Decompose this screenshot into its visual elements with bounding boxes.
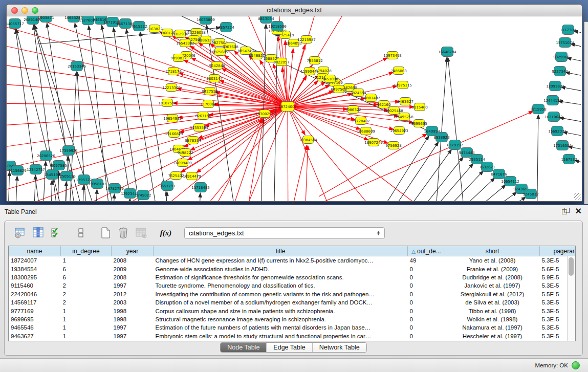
table-row[interactable]: 1456911722003Disruption of a novel membe… bbox=[9, 298, 576, 307]
table-row[interactable]: 969969511998Structural magnetic resonanc… bbox=[9, 315, 576, 323]
graph-node[interactable]: 16914479 bbox=[183, 172, 201, 180]
table-row[interactable]: 1872400712008Changes of HCN gene express… bbox=[9, 256, 576, 265]
graph-node[interactable]: 17016504 bbox=[553, 141, 572, 150]
float-panel-icon[interactable] bbox=[562, 208, 569, 215]
graph-node[interactable]: 6379197 bbox=[447, 140, 463, 150]
svg-text:11156829: 11156829 bbox=[8, 169, 27, 173]
graph-node[interactable]: 9245012 bbox=[522, 189, 538, 199]
column-header-year[interactable]: year bbox=[112, 246, 154, 256]
table-settings-icon[interactable] bbox=[14, 226, 27, 239]
graph-node[interactable]: 18724007 bbox=[278, 102, 297, 112]
graph-node[interactable]: 7857224 bbox=[218, 23, 234, 32]
graph-node[interactable]: 16099489 bbox=[173, 159, 192, 167]
table-row[interactable]: 946554611997Estimation of the future num… bbox=[9, 323, 576, 332]
minimize-window-button[interactable] bbox=[21, 7, 28, 14]
scrollbar-thumb[interactable] bbox=[569, 257, 574, 276]
table-row[interactable]: 977716911998Corpus callosum shape and si… bbox=[9, 307, 576, 315]
column-header-name[interactable]: name bbox=[9, 246, 61, 256]
zoom-window-button[interactable] bbox=[32, 7, 38, 14]
graph-node[interactable]: 16033809 bbox=[197, 16, 215, 25]
graph-node[interactable]: 1112304 bbox=[560, 25, 576, 35]
table-type-segmented-control[interactable]: Node TableEdge TableNetwork Table bbox=[220, 342, 366, 353]
node-table[interactable]: namein_degreeyeartitle△out_de...shortpag… bbox=[9, 246, 576, 340]
graph-node[interactable]: 12342757 bbox=[27, 165, 45, 174]
graph-node[interactable]: 17975115 bbox=[394, 81, 412, 89]
svg-text:18300295: 18300295 bbox=[255, 112, 274, 116]
graph-node[interactable]: 9329966 bbox=[553, 52, 570, 62]
table-row[interactable]: 1938455462009Genome-wide association stu… bbox=[9, 265, 576, 273]
tab-node-table[interactable]: Node Table bbox=[221, 343, 267, 352]
network-table-select[interactable]: citations_edges.txt ▲▼ bbox=[184, 227, 385, 239]
graph-node[interactable]: 1170064 bbox=[200, 100, 216, 108]
tab-network-table[interactable]: Network Table bbox=[313, 343, 366, 352]
graph-node[interactable]: 19384554 bbox=[299, 136, 317, 144]
graph-node[interactable]: 9463627 bbox=[397, 98, 413, 105]
svg-text:23226058: 23226058 bbox=[187, 31, 206, 35]
table-row[interactable]: 1830029562008Estimation of significance … bbox=[9, 273, 576, 281]
graph-node[interactable]: 9699695 bbox=[411, 120, 427, 127]
close-window-button[interactable] bbox=[11, 7, 18, 14]
graph-node[interactable]: 20206526 bbox=[37, 151, 55, 161]
graph-node[interactable]: 3215958 bbox=[530, 104, 546, 114]
graph-node[interactable]: 12353594 bbox=[190, 124, 208, 132]
svg-text:6497568: 6497568 bbox=[331, 87, 346, 92]
svg-text:2935114: 2935114 bbox=[469, 158, 485, 162]
graph-node[interactable]: 23226058 bbox=[187, 29, 206, 36]
graph-node[interactable]: 1167533 bbox=[561, 155, 577, 164]
graph-node[interactable]: 9745022 bbox=[135, 190, 151, 200]
graph-node[interactable]: 962160 bbox=[377, 101, 391, 108]
table-row[interactable]: 2242004622012Investigating the contribut… bbox=[9, 290, 576, 298]
graph-node[interactable]: 9756928 bbox=[385, 142, 401, 149]
graph-node[interactable]: 10973493 bbox=[383, 52, 402, 59]
show-columns-icon[interactable] bbox=[32, 226, 45, 239]
graph-node[interactable]: 8938923 bbox=[433, 133, 449, 142]
graph-node[interactable]: 7955812 bbox=[307, 57, 322, 64]
graph-node[interactable]: 10688609 bbox=[357, 127, 375, 135]
column-header-out_de...[interactable]: △out_de... bbox=[408, 246, 445, 256]
network-view-window[interactable]: citations_edges.txt 18724007716382289601… bbox=[6, 4, 582, 202]
close-panel-icon[interactable]: ✕ bbox=[575, 208, 582, 215]
network-window-titlebar[interactable]: citations_edges.txt bbox=[7, 5, 582, 16]
network-canvas[interactable]: 1872400771638228960128891293623226058982… bbox=[7, 16, 582, 201]
graph-node[interactable]: 7632621 bbox=[479, 162, 495, 172]
graph-node[interactable]: 7615522 bbox=[131, 21, 147, 31]
graph-node[interactable]: 8878334 bbox=[185, 137, 201, 144]
window-resize-grip[interactable] bbox=[574, 193, 581, 200]
column-header-short[interactable]: short bbox=[445, 246, 540, 256]
select-all-icon[interactable] bbox=[50, 226, 63, 239]
graph-node[interactable]: 12093822 bbox=[546, 81, 564, 91]
graph-node[interactable]: 19166829 bbox=[165, 130, 183, 138]
graph-node[interactable]: 15692071 bbox=[548, 126, 567, 136]
tab-edge-table[interactable]: Edge Table bbox=[267, 343, 312, 352]
attribute-table[interactable]: namein_degreeyeartitle△out_de...shortpag… bbox=[8, 246, 576, 341]
graph-node[interactable]: 12444139 bbox=[543, 96, 562, 105]
graph-node[interactable]: 9227343 bbox=[552, 67, 568, 76]
column-header-title[interactable]: title bbox=[154, 246, 408, 256]
function-builder-icon[interactable]: f(x) bbox=[159, 226, 172, 239]
graph-node[interactable]: 16648784 bbox=[438, 47, 456, 57]
graph-node[interactable]: 15718485 bbox=[191, 183, 210, 192]
graph-node[interactable]: 8267150 bbox=[195, 112, 211, 120]
table-row[interactable]: 946362711997Embryonic stem cells: a mode… bbox=[9, 332, 576, 340]
table-row[interactable]: 911546021997Tourette syndrome. Phenomeno… bbox=[9, 281, 576, 290]
graph-node[interactable]: 9097585 bbox=[51, 161, 67, 170]
graph-node[interactable]: 7485063 bbox=[390, 67, 406, 75]
graph-node[interactable]: 2803144 bbox=[206, 75, 223, 82]
column-header-in_degree[interactable]: in_degree bbox=[61, 246, 112, 256]
vertical-scrollbar[interactable] bbox=[567, 256, 575, 341]
graph-node[interactable]: 14055717 bbox=[7, 19, 24, 29]
graph-node[interactable]: 15751074 bbox=[556, 38, 574, 48]
graph-node[interactable]: 9115460 bbox=[411, 103, 427, 111]
row-height-icon[interactable] bbox=[74, 226, 88, 239]
graph-node[interactable]: 19654923 bbox=[390, 127, 408, 135]
graph-node[interactable]: 17359924 bbox=[59, 146, 78, 156]
graph-node[interactable]: 10807487 bbox=[362, 94, 380, 102]
graph-node[interactable]: 9657791 bbox=[159, 181, 175, 191]
svg-text:15718485: 15718485 bbox=[191, 186, 210, 190]
column-header-pagerank[interactable]: pagerank bbox=[540, 246, 576, 256]
delete-trash-icon[interactable] bbox=[117, 226, 130, 239]
create-column-icon[interactable] bbox=[99, 226, 112, 239]
graph-node[interactable]: 19654985 bbox=[163, 115, 182, 122]
graph-node[interactable]: 16210643 bbox=[545, 112, 563, 122]
graph-node[interactable]: 1903871 bbox=[38, 16, 54, 23]
